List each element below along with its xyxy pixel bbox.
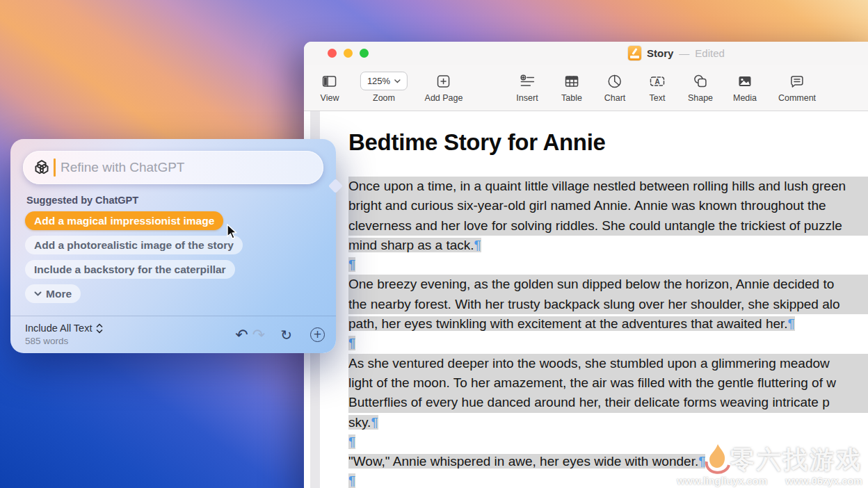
document-name: Story (647, 47, 673, 59)
pilcrow-mark: ¶ (348, 434, 355, 449)
toolbar-label: Media (733, 93, 757, 103)
suggestion-pill-3[interactable]: Include a backstory for the caterpillar (25, 260, 235, 279)
suggestion-pill-1[interactable]: Add a magical impressionist image (25, 211, 223, 230)
sidebar-icon (321, 73, 338, 90)
media-icon (737, 73, 753, 90)
toolbar-label: Add Page (425, 93, 463, 103)
comment-icon (789, 73, 805, 90)
document-body[interactable]: Once upon a time, in a quaint little vil… (348, 177, 868, 488)
undo-icon[interactable]: ↶ (235, 326, 248, 343)
toolbar-add-page-button[interactable]: Add Page (425, 72, 463, 103)
pie-chart-icon (606, 73, 623, 90)
toolbar-text-button[interactable]: A Text (648, 72, 666, 103)
pilcrow-mark: ¶ (788, 316, 795, 331)
pilcrow-mark: ¶ (371, 415, 378, 430)
fullscreen-button[interactable] (360, 49, 369, 58)
toolbar-label: Zoom (373, 93, 395, 103)
mouse-cursor (226, 224, 241, 241)
doc-line[interactable]: the nearby forest. With her trusty backp… (348, 295, 868, 314)
document-page[interactable]: Bedtime Story for Annie Once upon a time… (348, 111, 868, 488)
minimize-button[interactable] (344, 49, 353, 58)
updown-chevrons-icon (96, 323, 103, 334)
openai-logo-icon (33, 158, 51, 177)
title-separator: — (679, 47, 689, 59)
toolbar-label: Chart (604, 93, 626, 103)
toolbar-media-button[interactable]: Media (733, 72, 757, 103)
doc-line[interactable]: One breezy evening, as the golden sun di… (348, 275, 868, 294)
suggestion-pill-2[interactable]: Add a photorealistic image of the story (25, 236, 243, 254)
input-placeholder: Refine with ChatGPT (61, 160, 184, 175)
pilcrow-mark: ¶ (348, 473, 355, 488)
chevron-down-icon (394, 79, 401, 83)
doc-line[interactable]: cleverness and her love for solving ridd… (348, 216, 868, 236)
text-box-icon: A (648, 73, 666, 90)
doc-line[interactable]: Once upon a time, in a quaint little vil… (348, 177, 868, 196)
refresh-icon[interactable]: ↻ (280, 327, 292, 343)
watermark-url-2: www.06zyx.com (785, 475, 862, 487)
popup-footer: Include All Text 585 words ↶ ↷ ↻ + (10, 316, 336, 353)
insert-icon (519, 73, 536, 90)
svg-text:A: A (654, 78, 659, 86)
suggested-by-label: Suggested by ChatGPT (26, 195, 138, 206)
toolbar-chart-button[interactable]: Chart (604, 72, 626, 103)
include-label: Include All Text (25, 323, 92, 334)
doc-line[interactable]: mind sharp as a tack.¶ (348, 236, 868, 255)
zoom-value: 125% (367, 76, 390, 86)
more-label: More (46, 288, 72, 300)
toolbar-insert-button[interactable]: Insert (516, 72, 538, 103)
redo-icon[interactable]: ↷ (252, 326, 265, 343)
watermark-text: 零六找游戏 (730, 444, 862, 476)
toolbar-view-button[interactable]: View (321, 72, 339, 103)
word-count: 585 words (25, 336, 68, 346)
doc-line[interactable]: bright and curious six-year-old girl nam… (348, 196, 868, 215)
refine-input[interactable]: Refine with ChatGPT (23, 151, 323, 184)
toolbar-label: Text (650, 93, 666, 103)
toolbar: View 125% Zoom Add Page Insert Table Cha… (304, 65, 868, 111)
traffic-lights (328, 49, 369, 58)
add-icon[interactable]: + (310, 327, 325, 342)
toolbar-label: View (321, 93, 339, 103)
toolbar-shape-button[interactable]: Shape (688, 72, 713, 103)
edited-status: Edited (695, 47, 725, 59)
toolbar-label: Insert (516, 93, 538, 103)
text-caret (54, 158, 56, 177)
pages-window: Story — Edited View 125% Zoom Add Page I… (304, 42, 868, 488)
pilcrow-mark: ¶ (348, 257, 355, 272)
doc-line[interactable]: light of the moon. To her amazement, the… (348, 373, 868, 393)
chevron-down-icon (34, 291, 42, 296)
include-all-text-selector[interactable]: Include All Text (25, 323, 103, 334)
toolbar-label: Table (561, 93, 582, 103)
chatgpt-popup: Refine with ChatGPT Suggested by ChatGPT… (10, 139, 336, 353)
watermark-url-1: www.lingliuyx.com (677, 475, 767, 487)
suggestion-list: Add a magical impressionist imageAdd a p… (25, 211, 243, 303)
document-area: Bedtime Story for Annie Once upon a time… (304, 111, 868, 488)
close-button[interactable] (328, 49, 337, 58)
toolbar-comment-button[interactable]: Comment (778, 72, 816, 103)
flame-logo-icon (701, 442, 733, 477)
toolbar-table-button[interactable]: Table (561, 72, 582, 103)
doc-line[interactable]: path, her eyes twinkling with excitement… (348, 314, 868, 334)
zoom-dropdown[interactable]: 125% (360, 72, 408, 90)
table-icon (563, 73, 580, 90)
doc-line[interactable]: ¶ (348, 255, 868, 275)
doc-line[interactable]: sky.¶ (348, 413, 868, 432)
doc-line[interactable]: ¶ (348, 334, 868, 353)
document-heading[interactable]: Bedtime Story for Annie (348, 129, 868, 156)
pilcrow-mark: ¶ (474, 238, 481, 252)
shape-icon (692, 73, 709, 90)
titlebar: Story — Edited (304, 42, 868, 65)
toolbar-zoom-control[interactable]: 125% Zoom (360, 72, 408, 103)
doc-line[interactable]: As she ventured deeper into the woods, s… (348, 354, 868, 373)
watermark: 零六找游戏 www.lingliuyx.com www.06zyx.com (677, 442, 862, 487)
toolbar-label: Comment (778, 93, 816, 103)
more-button[interactable]: More (25, 284, 81, 303)
pages-doc-icon (628, 46, 641, 60)
toolbar-label: Shape (688, 93, 713, 103)
doc-line[interactable]: Butterflies of every hue danced around h… (348, 393, 868, 412)
pilcrow-mark: ¶ (348, 336, 355, 350)
add-page-icon (435, 73, 452, 90)
window-title: Story — Edited (628, 46, 725, 60)
